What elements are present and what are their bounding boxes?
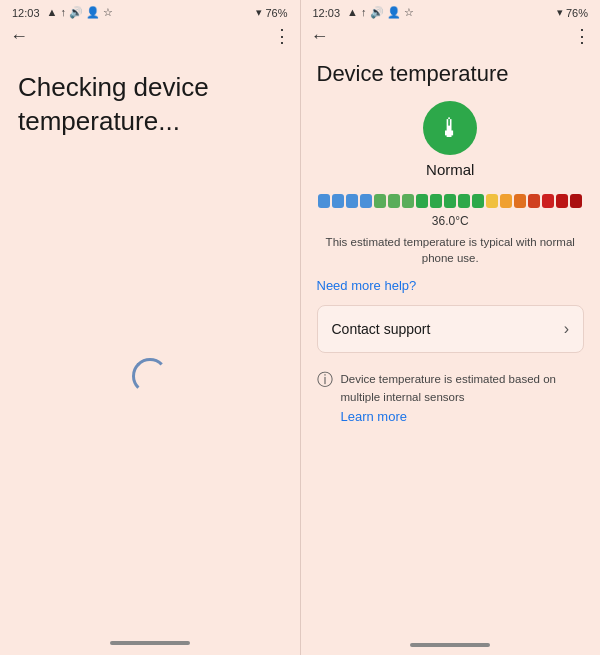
bar-segment-1 [332,194,344,208]
time-left: 12:03 [12,7,40,19]
bar-segment-17 [556,194,568,208]
loading-spinner [132,358,168,394]
bar-segment-12 [486,194,498,208]
bar-segment-7 [416,194,428,208]
temp-value: 36.0°C [317,214,585,228]
home-indicator-right [410,643,490,647]
more-button-right[interactable]: ⋮ [573,25,590,47]
checking-title: Checking device temperature... [18,71,282,139]
battery-left: 76% [265,7,287,19]
bar-segment-15 [528,194,540,208]
more-button-left[interactable]: ⋮ [273,25,290,47]
home-indicator-left [110,641,190,645]
bar-segment-9 [444,194,456,208]
right-content: Device temperature 🌡 Normal 36.0°C This … [301,51,601,637]
status-battery-left: ▾ 76% [256,6,287,19]
signal-icons-right: ▲ ↑ 🔊 👤 ☆ [347,6,414,19]
temperature-bar [317,194,585,208]
learn-more-link[interactable]: Learn more [341,409,585,424]
left-content: Checking device temperature... [0,51,300,633]
status-bar-left: 12:03 ▲ ↑ 🔊 👤 ☆ ▾ 76% [0,0,300,21]
bar-segment-13 [500,194,512,208]
left-panel: 12:03 ▲ ↑ 🔊 👤 ☆ ▾ 76% ← ⋮ Checking devic… [0,0,300,655]
bar-segment-18 [570,194,582,208]
back-button-right[interactable]: ← [311,26,329,47]
bar-segment-8 [430,194,442,208]
spinner-container [18,139,282,613]
temp-circle: 🌡 [423,101,477,155]
signal-icons-left: ▲ ↑ 🔊 👤 ☆ [47,6,114,19]
thermometer-icon: 🌡 [437,113,463,144]
top-bar-left: ← ⋮ [0,21,300,51]
top-bar-right: ← ⋮ [301,21,601,51]
info-section: ⓘ Device temperature is estimated based … [317,369,585,424]
info-text: Device temperature is estimated based on… [341,373,556,403]
temp-icon-container: 🌡 Normal [317,101,585,186]
bar-segment-0 [318,194,330,208]
device-temp-title: Device temperature [317,61,585,87]
status-time-right: 12:03 ▲ ↑ 🔊 👤 ☆ [313,6,414,19]
contact-support-button[interactable]: Contact support › [317,305,585,353]
info-block: Device temperature is estimated based on… [341,369,585,424]
bar-segment-10 [458,194,470,208]
contact-support-label: Contact support [332,321,431,337]
bar-segment-11 [472,194,484,208]
battery-right: 76% [566,7,588,19]
right-panel: 12:03 ▲ ↑ 🔊 👤 ☆ ▾ 76% ← ⋮ Device tempera… [300,0,601,655]
status-time-left: 12:03 ▲ ↑ 🔊 👤 ☆ [12,6,113,19]
wifi-icon-left: ▾ [256,6,262,19]
status-battery-right: ▾ 76% [557,6,588,19]
bar-segment-3 [360,194,372,208]
bar-segment-14 [514,194,526,208]
status-bar-right: 12:03 ▲ ↑ 🔊 👤 ☆ ▾ 76% [301,0,601,21]
normal-label: Normal [426,161,474,178]
wifi-icon-right: ▾ [557,6,563,19]
info-icon: ⓘ [317,370,333,391]
bar-segment-2 [346,194,358,208]
chevron-right-icon: › [564,320,569,338]
bar-segment-6 [402,194,414,208]
temp-description: This estimated temperature is typical wi… [317,234,585,266]
bar-segment-4 [374,194,386,208]
back-button-left[interactable]: ← [10,26,28,47]
bar-segment-5 [388,194,400,208]
time-right: 12:03 [313,7,341,19]
bar-segment-16 [542,194,554,208]
need-help-link[interactable]: Need more help? [317,278,585,293]
